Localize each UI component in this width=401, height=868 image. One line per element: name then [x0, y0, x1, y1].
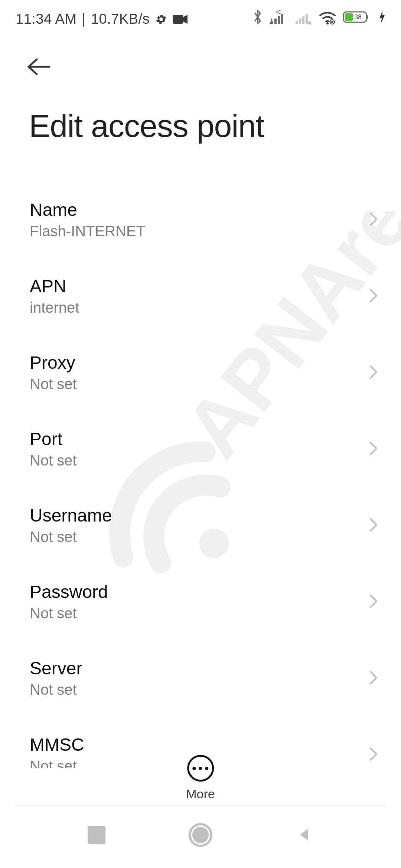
signal-1-icon: 4G: [270, 10, 287, 24]
recents-icon: [88, 826, 105, 844]
more-label: More: [186, 787, 215, 801]
svg-rect-9: [299, 19, 301, 24]
battery-icon: 38: [343, 10, 372, 24]
nav-back-button[interactable]: [286, 816, 323, 854]
chevron-right-icon: [368, 516, 379, 535]
setting-row-name[interactable]: Name Flash-INTERNET: [0, 182, 401, 258]
setting-title: Port: [30, 429, 356, 449]
svg-rect-7: [281, 14, 283, 24]
home-icon: [189, 823, 212, 847]
setting-title: APN: [30, 276, 356, 296]
setting-title: Password: [30, 582, 356, 602]
setting-row-server[interactable]: Server Not set: [0, 640, 401, 717]
setting-title: Proxy: [30, 352, 356, 373]
svg-rect-10: [302, 16, 304, 24]
setting-value: internet: [30, 299, 356, 316]
status-time: 11:34 AM: [16, 11, 77, 27]
setting-title: MMSC: [30, 734, 356, 755]
setting-value: Flash-INTERNET: [30, 223, 356, 240]
chevron-right-icon: [368, 592, 379, 612]
nav-home-button[interactable]: [182, 816, 219, 854]
setting-row-proxy[interactable]: Proxy Not set: [0, 335, 401, 411]
chevron-right-icon: [368, 440, 379, 459]
bluetooth-icon: [252, 9, 263, 25]
signal-2-icon: [294, 10, 312, 24]
svg-rect-5: [274, 19, 277, 24]
chevron-right-icon: [368, 363, 379, 382]
gear-icon: [155, 13, 167, 26]
navigation-bar: [0, 806, 401, 868]
setting-value: Not set: [30, 452, 356, 469]
wifi-icon: [319, 10, 336, 24]
charging-icon: [379, 10, 385, 24]
setting-row-password[interactable]: Password Not set: [0, 564, 401, 640]
svg-rect-2: [173, 15, 183, 24]
page-title: Edit access point: [29, 108, 264, 144]
status-bar: 11:34 AM | 10.7KB/s 4G: [0, 0, 401, 37]
setting-value: Not set: [30, 376, 356, 392]
setting-title: Username: [30, 505, 356, 526]
setting-value: Not set: [30, 681, 356, 698]
app-bar: [0, 44, 401, 96]
status-divider: |: [82, 11, 86, 27]
svg-text:4G: 4G: [276, 10, 281, 15]
setting-title: Server: [30, 658, 356, 678]
chevron-right-icon: [368, 669, 379, 688]
chevron-right-icon: [368, 210, 379, 230]
nav-recents-button[interactable]: [78, 816, 115, 854]
back-button[interactable]: [22, 50, 56, 84]
setting-value: Not set: [30, 605, 356, 622]
svg-rect-11: [306, 14, 308, 24]
svg-text:38: 38: [354, 13, 362, 21]
svg-rect-6: [278, 16, 280, 24]
svg-rect-8: [296, 21, 298, 24]
svg-rect-19: [367, 15, 368, 19]
setting-row-port[interactable]: Port Not set: [0, 411, 401, 487]
more-wrap: More: [186, 755, 215, 801]
more-icon: [193, 767, 209, 770]
more-button[interactable]: [187, 755, 214, 782]
svg-rect-17: [345, 13, 353, 21]
setting-row-username[interactable]: Username Not set: [0, 487, 401, 564]
arrow-left-icon: [26, 56, 52, 78]
chevron-right-icon: [368, 287, 379, 306]
status-net-speed: 10.7KB/s: [91, 11, 150, 27]
setting-title: Name: [30, 200, 356, 220]
chevron-right-icon: [368, 745, 379, 765]
settings-list: Name Flash-INTERNET APN internet Proxy N…: [0, 182, 401, 768]
setting-row-apn[interactable]: APN internet: [0, 258, 401, 335]
svg-point-14: [326, 22, 329, 24]
setting-value: Not set: [30, 529, 356, 545]
back-triangle-icon: [296, 826, 313, 845]
camera-icon: [173, 14, 188, 24]
